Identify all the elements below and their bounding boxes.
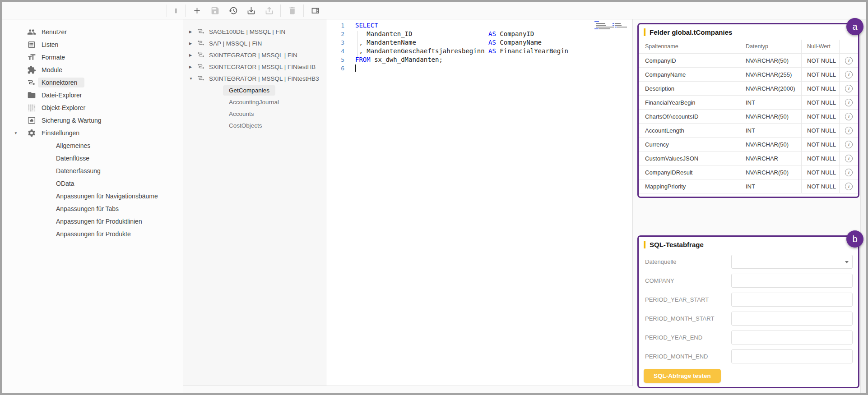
info-icon[interactable] (845, 127, 853, 134)
connector-icon (217, 121, 226, 130)
sidebar-item[interactable]: OData (2, 177, 183, 190)
tree-item-label: GetCompanies (223, 85, 275, 96)
toolbar-item[interactable] (242, 2, 260, 19)
field-input[interactable] (732, 274, 852, 287)
toolbar-item[interactable] (306, 2, 324, 19)
info-icon[interactable] (845, 85, 853, 92)
detail-column: a Felder global.tCompanies Spaltenname D… (633, 19, 866, 393)
cell-null-value: NOT NULL (801, 138, 839, 151)
tree-expand-icon[interactable] (189, 77, 197, 81)
toolbar-item[interactable] (169, 7, 183, 15)
tree-item[interactable]: SAGE100DE | MSSQL | FIN (183, 26, 326, 37)
sidebar-item[interactable]: Konnektoren (2, 76, 183, 89)
line-number: 4 (326, 47, 344, 55)
cell-null-value: NOT NULL (801, 165, 839, 179)
sidebar-item[interactable]: Allgemeines (2, 139, 183, 152)
info-icon[interactable] (845, 155, 853, 162)
info-icon[interactable] (845, 141, 853, 148)
tree-item-label: SXINTEGRATOR | MSSQL | FIN (209, 52, 297, 59)
tree-item-label: Accounts (229, 110, 254, 117)
fields-panel: a Felder global.tCompanies Spaltenname D… (637, 23, 859, 198)
table-row: CompanyName NVARCHAR(255) NOT NULL (639, 68, 858, 82)
sidebar-item-icon (27, 65, 36, 74)
field-control[interactable] (731, 274, 853, 288)
sidebar-item[interactable]: Formate (2, 51, 183, 64)
tree-item-label: AccountingJournal (229, 99, 279, 106)
info-icon[interactable] (845, 57, 853, 64)
sidebar-item[interactable]: Datenflüsse (2, 152, 183, 165)
sidebar-item-icon (27, 28, 36, 37)
tree-item[interactable]: SXINTEGRATOR | MSSQL | FIN (183, 49, 326, 61)
field-input[interactable] (732, 350, 852, 363)
field-input[interactable] (732, 255, 852, 268)
tree-item-label: SXINTEGRATOR | MSSQL | FINtestHB3 (209, 75, 319, 82)
toolbar-item[interactable] (260, 2, 278, 19)
sidebar-item[interactable]: Benutzer (2, 26, 183, 38)
field-control[interactable] (731, 312, 853, 326)
code-line: 5 FROM sx_dwh_dMandanten; (326, 55, 632, 64)
sidebar-item[interactable]: Anpassungen für Produkte (2, 228, 183, 240)
cell-datatype: INT (740, 96, 801, 109)
sidebar-item[interactable]: Anpassungen für Produktlinien (2, 215, 183, 228)
code-line: 4 , MandantenGeschaeftsjahresbeginn AS F… (326, 47, 632, 55)
code-line: 2 Mandanten_ID AS CompanyID (326, 30, 632, 38)
tree-item[interactable]: SXINTEGRATOR | MSSQL | FINtestHB (183, 61, 326, 73)
sidebar-item-icon (27, 116, 36, 125)
dropdown-caret-icon (845, 261, 849, 263)
cell-null-value: NOT NULL (801, 110, 839, 123)
sidebar-item-icon (42, 179, 51, 188)
editor-minimap[interactable] (594, 21, 630, 30)
info-icon[interactable] (845, 183, 853, 190)
field-input[interactable] (732, 331, 852, 344)
field-control[interactable] (731, 293, 853, 307)
toolbar-item[interactable] (280, 5, 281, 17)
toolbar-item[interactable] (185, 5, 186, 17)
field-control[interactable] (731, 331, 853, 344)
toolbar-item[interactable] (224, 2, 242, 19)
annotation-badge-a: a (846, 18, 863, 35)
tree-expand-icon[interactable] (189, 53, 197, 57)
tree-item[interactable]: AccountingJournal (183, 96, 326, 108)
sidebar-item-icon (42, 217, 51, 226)
sidebar-item-label: Anpassungen für Navigationsbäume (56, 193, 158, 200)
info-icon[interactable] (845, 169, 853, 176)
sidebar-item[interactable]: Module (2, 64, 183, 76)
sidebar-item-icon (27, 103, 36, 112)
tree-item[interactable]: Accounts (183, 108, 326, 119)
field-control[interactable] (731, 349, 853, 363)
run-test-query-button[interactable]: SQL-Abfrage testen (644, 369, 721, 383)
tree-expand-icon[interactable] (189, 65, 197, 69)
sql-editor[interactable]: 1 SELECT 2 Mandanten_ID AS CompanyID 3 ,… (326, 19, 633, 386)
code-line: 1 SELECT (326, 21, 632, 30)
sidebar-item[interactable]: Anpassungen für Navigationsbäume (2, 190, 183, 202)
tree-expand-icon[interactable] (189, 41, 197, 46)
field-input[interactable] (732, 293, 852, 306)
toolbar-item[interactable] (283, 2, 301, 19)
field-input[interactable] (732, 312, 852, 325)
toolbar-item[interactable] (303, 5, 304, 17)
sidebar-item[interactable]: Datei-Explorer (2, 89, 183, 101)
sidebar-item[interactable]: Datenerfassung (2, 165, 183, 177)
sidebar-item[interactable]: Objekt-Explorer (2, 101, 183, 114)
tree-item[interactable]: CostObjects (183, 119, 326, 131)
sidebar-item[interactable]: Listen (2, 38, 183, 51)
toolbar-item[interactable] (206, 2, 224, 19)
tree-item[interactable]: SXINTEGRATOR | MSSQL | FINtestHB3 (183, 73, 326, 84)
cell-column-name: CompanyIDResult (639, 165, 740, 179)
info-icon[interactable] (845, 113, 853, 120)
sidebar-item[interactable]: Sicherung & Wartung (2, 114, 183, 127)
tree-item[interactable]: SAP | MSSQL | FIN (183, 37, 326, 49)
tree-item[interactable]: GetCompanies (183, 84, 326, 96)
toolbar (164, 2, 324, 19)
cell-datatype: NVARCHAR(50) (740, 138, 801, 151)
field-control[interactable] (731, 255, 853, 269)
toolbar-item[interactable] (167, 5, 167, 17)
info-icon[interactable] (845, 71, 853, 78)
info-icon[interactable] (845, 99, 853, 106)
scrollbar-track[interactable] (860, 19, 866, 393)
tree-item-label: SAP | MSSQL | FIN (209, 40, 262, 47)
sidebar-item[interactable]: Anpassungen für Tabs (2, 202, 183, 215)
tree-expand-icon[interactable] (189, 30, 197, 34)
sidebar-item[interactable]: Einstellungen (2, 127, 183, 139)
toolbar-item[interactable] (188, 2, 206, 19)
